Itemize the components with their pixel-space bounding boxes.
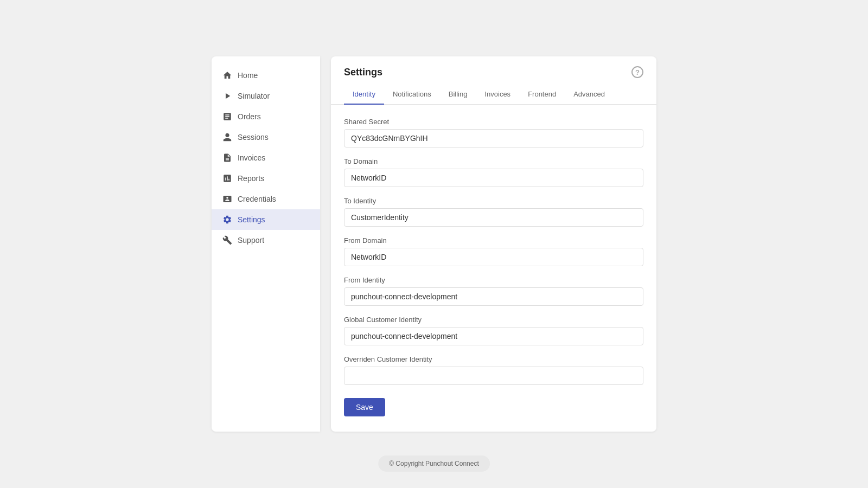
to-identity-label: To Identity — [344, 197, 643, 205]
home-icon — [222, 70, 232, 80]
app-container: Home Simulator Orders Sessions — [212, 56, 656, 432]
tab-identity[interactable]: Identity — [344, 85, 384, 105]
sidebar-item-reports[interactable]: Reports — [212, 168, 320, 189]
tab-invoices[interactable]: Invoices — [476, 85, 519, 105]
page-wrapper: Home Simulator Orders Sessions — [0, 0, 868, 488]
help-icon[interactable]: ? — [631, 66, 643, 78]
sidebar-item-credentials[interactable]: Credentials — [212, 189, 320, 209]
sidebar-item-label: Support — [238, 236, 264, 245]
shared-secret-group: Shared Secret — [344, 118, 643, 147]
to-identity-input[interactable] — [344, 208, 643, 227]
invoices-icon — [222, 153, 232, 163]
sidebar-item-label: Reports — [238, 174, 264, 183]
sidebar-item-label: Home — [238, 71, 258, 80]
from-domain-input[interactable] — [344, 248, 643, 266]
settings-icon — [222, 215, 232, 224]
sidebar-item-label: Settings — [238, 215, 265, 224]
tab-advanced[interactable]: Advanced — [565, 85, 614, 105]
from-domain-label: From Domain — [344, 236, 643, 245]
global-customer-identity-label: Global Customer Identity — [344, 316, 643, 324]
identity-form: Shared Secret To Domain To Identity From… — [331, 105, 656, 432]
global-customer-identity-input[interactable] — [344, 327, 643, 345]
sessions-icon — [222, 132, 232, 142]
sidebar-item-label: Simulator — [238, 92, 270, 100]
to-identity-group: To Identity — [344, 197, 643, 227]
to-domain-label: To Domain — [344, 157, 643, 165]
sidebar-item-home[interactable]: Home — [212, 65, 320, 86]
from-domain-group: From Domain — [344, 236, 643, 266]
tab-frontend[interactable]: Frontend — [519, 85, 565, 105]
page-title: Settings — [344, 67, 382, 78]
global-customer-identity-group: Global Customer Identity — [344, 316, 643, 345]
support-icon — [222, 235, 232, 245]
settings-card: Settings ? Identity Notifications Billin… — [331, 56, 656, 432]
tab-notifications[interactable]: Notifications — [384, 85, 440, 105]
sidebar-item-label: Sessions — [238, 133, 269, 142]
settings-header: Settings ? — [331, 56, 656, 78]
to-domain-input[interactable] — [344, 169, 643, 187]
sidebar-item-simulator[interactable]: Simulator — [212, 86, 320, 106]
overridden-customer-identity-label: Overriden Customer Identity — [344, 355, 643, 363]
simulator-icon — [222, 91, 232, 101]
to-domain-group: To Domain — [344, 157, 643, 187]
reports-icon — [222, 174, 232, 183]
sidebar-item-settings[interactable]: Settings — [212, 209, 320, 230]
orders-icon — [222, 112, 232, 121]
main-content: Settings ? Identity Notifications Billin… — [320, 56, 656, 432]
shared-secret-input[interactable] — [344, 129, 643, 147]
shared-secret-label: Shared Secret — [344, 118, 643, 126]
sidebar-item-support[interactable]: Support — [212, 230, 320, 251]
overridden-customer-identity-group: Overriden Customer Identity — [344, 355, 643, 385]
credentials-icon — [222, 194, 232, 204]
tabs-bar: Identity Notifications Billing Invoices … — [331, 85, 656, 105]
from-identity-group: From Identity — [344, 276, 643, 306]
sidebar: Home Simulator Orders Sessions — [212, 56, 320, 432]
sidebar-item-orders[interactable]: Orders — [212, 106, 320, 127]
from-identity-input[interactable] — [344, 287, 643, 306]
from-identity-label: From Identity — [344, 276, 643, 284]
footer: © Copyright Punchout Connect — [378, 455, 490, 472]
copyright-text: © Copyright Punchout Connect — [389, 460, 479, 467]
sidebar-item-label: Invoices — [238, 153, 265, 162]
save-button[interactable]: Save — [344, 398, 385, 416]
sidebar-item-label: Orders — [238, 112, 261, 121]
overridden-customer-identity-input[interactable] — [344, 367, 643, 385]
sidebar-item-invoices[interactable]: Invoices — [212, 147, 320, 168]
sidebar-item-label: Credentials — [238, 195, 276, 203]
tab-billing[interactable]: Billing — [440, 85, 476, 105]
sidebar-item-sessions[interactable]: Sessions — [212, 127, 320, 147]
